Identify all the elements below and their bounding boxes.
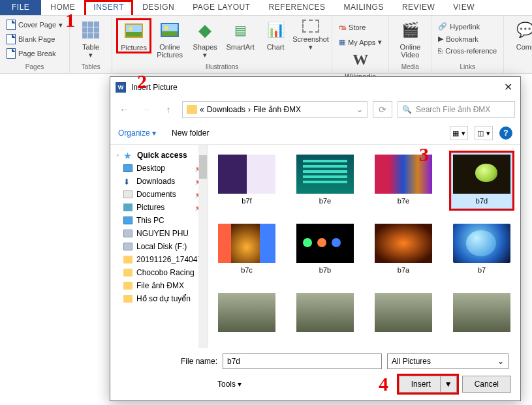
close-button[interactable]: ✕ (501, 81, 515, 93)
comment-button[interactable]: 💬 Comr (508, 18, 532, 52)
chart-button[interactable]: 📊 Chart (258, 18, 292, 52)
file-item[interactable]: b7a (373, 222, 434, 278)
folder-icon (123, 295, 133, 303)
organize-button[interactable]: Organize ▾ (118, 128, 156, 138)
tools-button[interactable]: Tools ▾ (217, 380, 242, 389)
file-item[interactable]: b7e (294, 153, 356, 209)
sidebar-quick-access[interactable]: ›★Quick access (110, 149, 208, 162)
help-button[interactable]: ? (499, 127, 512, 140)
screenshot-icon (302, 20, 319, 33)
sidebar-filedmx[interactable]: File ảnh ĐMX (110, 279, 208, 292)
sidebar-thispc[interactable]: This PC (110, 214, 208, 227)
file-item-selected[interactable]: b7d (451, 153, 512, 209)
shapes-icon: ◆ (195, 20, 215, 40)
refresh-button[interactable]: ⟳ (373, 101, 392, 118)
bookmark-button[interactable]: ▶Bookmark (435, 33, 481, 44)
forward-button[interactable]: → (138, 101, 155, 118)
blank-page-button[interactable]: Blank Page (4, 33, 57, 46)
page-break-button[interactable]: Page Break (4, 47, 58, 60)
table-icon (82, 22, 99, 38)
sidebar-20191126[interactable]: 20191126_174047 (110, 253, 208, 266)
tab-page-layout[interactable]: PAGE LAYOUT (183, 0, 259, 15)
online-pictures-button[interactable]: Online Pictures (153, 18, 187, 60)
sidebar-chocobo[interactable]: Chocobo Racing (110, 266, 208, 279)
crossref-button[interactable]: ⎘Cross-reference (435, 46, 499, 56)
screenshot-button[interactable]: Screenshot▾ (294, 18, 328, 52)
file-item[interactable] (451, 291, 512, 334)
documents-icon (123, 190, 133, 198)
tab-design[interactable]: DESIGN (133, 0, 183, 15)
crossref-icon: ⎘ (438, 47, 443, 55)
shapes-button[interactable]: ◆ Shapes▾ (188, 18, 222, 60)
smartart-icon: ▤ (230, 20, 251, 40)
sidebar-desktop[interactable]: Desktop📌 (110, 162, 208, 175)
store-icon: 🛍 (339, 23, 346, 31)
store-button[interactable]: 🛍Store (336, 22, 368, 33)
dialog-toolbar: Organize ▾ New folder ▦ ▾ ◫ ▾ ? (110, 122, 520, 145)
pictures-button[interactable]: Pictures (116, 18, 151, 53)
ribbon-tabs: FILE HOME INSERT DESIGN PAGE LAYOUT REFE… (0, 0, 532, 16)
file-item[interactable]: b7c (216, 222, 277, 278)
sidebar-nguyen[interactable]: NGUYEN PHU (110, 227, 208, 240)
breadcrumb[interactable]: « Downloads › File ảnh ĐMX ⌄ (182, 101, 368, 118)
insert-button[interactable]: Insert▼ (399, 376, 457, 393)
filename-input[interactable] (223, 353, 382, 369)
tab-file[interactable]: FILE (0, 0, 41, 15)
back-button[interactable]: ← (116, 101, 133, 118)
group-comments: 💬 Comr (504, 16, 532, 73)
up-button[interactable]: ↑ (160, 101, 177, 118)
tab-insert[interactable]: INSERT (84, 0, 133, 15)
comment-icon: 💬 (514, 20, 532, 40)
folder-icon (123, 282, 133, 290)
hyperlink-button[interactable]: 🔗Hyperlink (435, 21, 482, 32)
thumbnail (218, 293, 275, 332)
tab-review[interactable]: REVIEW (393, 0, 444, 15)
dialog-title: Insert Picture (131, 83, 178, 92)
page-break-icon (7, 48, 16, 59)
sidebar: ›★Quick access Desktop📌 ⬇Downloads📌 Docu… (110, 145, 208, 348)
insert-dropdown-arrow[interactable]: ▼ (440, 376, 456, 392)
star-icon: ★ (124, 151, 133, 159)
pc-icon (123, 217, 133, 224)
dialog-nav: ← → ↑ « Downloads › File ảnh ĐMX ⌄ ⟳ 🔍 S… (110, 97, 520, 122)
table-button[interactable]: Table▾ (74, 18, 108, 60)
tab-view[interactable]: VIEW (444, 0, 484, 15)
new-folder-button[interactable]: New folder (172, 128, 209, 138)
online-video-button[interactable]: 🎬 Online Video (393, 18, 427, 60)
file-item[interactable]: b7f (216, 153, 277, 209)
sidebar-documents[interactable]: Documents📌 (110, 188, 208, 201)
folder-icon (187, 105, 197, 114)
smartart-button[interactable]: ▤ SmartArt (223, 18, 257, 52)
group-pages: Cover Page▾ Blank Page Page Break Pages (0, 16, 70, 73)
file-item[interactable] (373, 291, 434, 334)
online-pictures-icon (161, 23, 179, 37)
scrollbar[interactable] (198, 145, 208, 348)
thumbnail (375, 155, 432, 194)
file-item[interactable]: b7b (294, 222, 356, 278)
tab-home[interactable]: HOME (41, 0, 84, 15)
filename-label: File name: (119, 357, 217, 366)
thumbnail (296, 224, 354, 263)
filetype-combo[interactable]: All Pictures (387, 353, 509, 369)
view-mode-button[interactable]: ▦ ▾ (450, 126, 468, 140)
sidebar-localf[interactable]: Local Disk (F:) (110, 240, 208, 253)
insert-picture-dialog: W Insert Picture ✕ ← → ↑ « Downloads › F… (110, 76, 521, 401)
group-label: Illustrations (206, 63, 239, 72)
sidebar-pictures[interactable]: Pictures📌 (110, 201, 208, 214)
myapps-button[interactable]: ▦My Apps▾ (336, 37, 384, 48)
folder-icon (123, 256, 133, 263)
file-item[interactable]: b7 (451, 222, 512, 278)
cover-page-button[interactable]: Cover Page▾ (4, 18, 65, 31)
sidebar-hoso[interactable]: Hồ sơ dự tuyển (110, 292, 208, 305)
tab-references[interactable]: REFERENCES (260, 0, 335, 15)
tab-mailings[interactable]: MAILINGS (335, 0, 393, 15)
cancel-button[interactable]: Cancel (462, 376, 511, 393)
wikipedia-icon: W (350, 49, 371, 70)
file-item[interactable] (294, 291, 356, 334)
file-item[interactable] (216, 291, 277, 334)
file-item[interactable]: b7e (373, 153, 434, 209)
thumbnail (453, 293, 510, 332)
preview-pane-button[interactable]: ◫ ▾ (475, 126, 493, 140)
search-input[interactable]: 🔍 Search File ảnh ĐMX (398, 101, 515, 118)
sidebar-downloads[interactable]: ⬇Downloads📌 (110, 175, 208, 188)
